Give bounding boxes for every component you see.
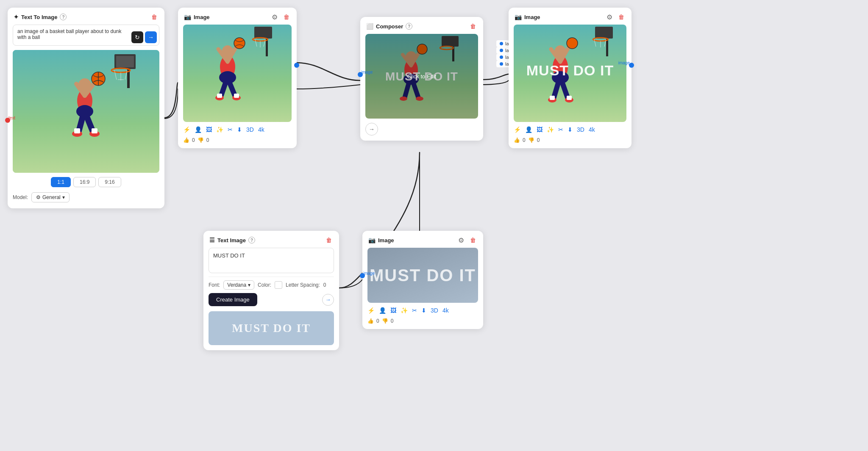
scissors-icon-3[interactable]: ✂ bbox=[412, 307, 417, 314]
person-icon-3[interactable]: 👤 bbox=[379, 307, 386, 314]
ratio-16-9[interactable]: 16:9 bbox=[73, 177, 96, 187]
output-port-2[interactable] bbox=[629, 63, 634, 68]
delete-button-1[interactable]: 🗑 bbox=[282, 13, 291, 21]
input-port-composer[interactable] bbox=[358, 72, 363, 77]
color-swatch[interactable] bbox=[275, 281, 282, 289]
dislike-icon-2[interactable]: 👎 bbox=[528, 137, 534, 143]
letter-spacing-value: 0 bbox=[323, 282, 326, 288]
magic-icon-1[interactable]: ⚡ bbox=[183, 126, 190, 133]
sparkle-icon-3[interactable]: ✨ bbox=[401, 307, 408, 314]
like-row-3: 👍 0 👎 0 bbox=[362, 318, 483, 329]
scissors-icon-1[interactable]: ✂ bbox=[228, 126, 233, 133]
svg-point-67 bbox=[567, 38, 578, 49]
input-port-bottom[interactable] bbox=[360, 273, 365, 278]
menu-icon: ☰ bbox=[209, 237, 215, 243]
letter-spacing-label: Letter Spacing: bbox=[286, 282, 320, 288]
image-preview-2: MUST DO IT bbox=[514, 25, 626, 122]
click-to-edit-overlay[interactable]: Click to Edit bbox=[365, 34, 478, 119]
model-select[interactable]: ⚙ General ▾ bbox=[31, 192, 70, 202]
font-select[interactable]: Verdana ▾ bbox=[223, 280, 254, 290]
person-icon-1[interactable]: 👤 bbox=[195, 126, 202, 133]
delete-button[interactable]: 🗑 bbox=[150, 13, 159, 21]
ratio-9-16[interactable]: 9:16 bbox=[98, 177, 121, 187]
3d-icon-1[interactable]: 3D bbox=[246, 126, 254, 133]
image-card-1-title: Image bbox=[194, 14, 210, 20]
person-icon-2[interactable]: 👤 bbox=[525, 126, 532, 133]
download-icon-1[interactable]: ⬇ bbox=[237, 126, 242, 133]
dislike-count-2: 0 bbox=[537, 137, 540, 143]
prompt-area: an image of a basket ball player about t… bbox=[13, 25, 159, 46]
settings-button-3[interactable]: ⚙ bbox=[457, 236, 465, 244]
like-count-2: 0 bbox=[523, 137, 526, 143]
download-icon-2[interactable]: ⬇ bbox=[568, 126, 573, 133]
delete-composer-button[interactable]: 🗑 bbox=[469, 22, 477, 30]
4k-icon-2[interactable]: 4k bbox=[589, 126, 595, 133]
download-icon-3[interactable]: ⬇ bbox=[421, 307, 426, 314]
composer-image[interactable]: MUST DO IT Click to Edit bbox=[365, 34, 478, 119]
port-label-composer: image bbox=[361, 70, 373, 75]
wand-icon: ✦ bbox=[14, 14, 19, 20]
output-port-text[interactable] bbox=[5, 118, 10, 123]
settings-button-2[interactable]: ⚙ bbox=[605, 13, 614, 21]
like-icon-3[interactable]: 👍 bbox=[367, 318, 374, 324]
svg-point-33 bbox=[234, 38, 245, 49]
svg-rect-39 bbox=[234, 94, 239, 98]
dislike-icon-1[interactable]: 👎 bbox=[198, 137, 204, 143]
text-image-input-area: MUST DO IT bbox=[209, 248, 334, 273]
composer-card: ⬜ Composer ? 🗑 layer1 layer2 layer3 laye… bbox=[360, 17, 483, 141]
refresh-button[interactable]: ↻ bbox=[131, 31, 143, 43]
delete-text-image-button[interactable]: 🗑 bbox=[325, 236, 333, 244]
settings-button-1[interactable]: ⚙ bbox=[270, 13, 279, 21]
ratio-1-1[interactable]: 1:1 bbox=[51, 177, 71, 187]
font-value: Verdana bbox=[227, 282, 246, 288]
magic-icon-3[interactable]: ⚡ bbox=[367, 307, 375, 314]
4k-icon-1[interactable]: 4k bbox=[258, 126, 264, 133]
send-icon-button[interactable]: → bbox=[322, 294, 334, 306]
delete-button-3[interactable]: 🗑 bbox=[469, 236, 477, 244]
image-icon-1[interactable]: 🖼 bbox=[206, 126, 212, 133]
text-image-footer: Create Image → bbox=[203, 293, 339, 311]
text-to-image-card: ✦ Text To Image ? 🗑 an image of a basket… bbox=[8, 8, 164, 208]
ratio-buttons: 1:1 16:9 9:16 bbox=[8, 177, 164, 187]
font-chevron-icon: ▾ bbox=[248, 282, 250, 288]
image-icon-3[interactable]: 🖼 bbox=[390, 307, 396, 314]
sparkle-icon-1[interactable]: ✨ bbox=[216, 126, 223, 133]
dislike-count-1: 0 bbox=[206, 137, 209, 143]
svg-rect-20 bbox=[92, 128, 97, 133]
model-row: Model: ⚙ General ▾ bbox=[8, 192, 164, 208]
delete-button-2[interactable]: 🗑 bbox=[617, 13, 626, 21]
svg-rect-19 bbox=[74, 128, 80, 133]
create-image-button[interactable]: Create Image bbox=[209, 293, 257, 306]
4k-icon-3[interactable]: 4k bbox=[442, 307, 449, 314]
text-image-help-icon[interactable]: ? bbox=[248, 237, 255, 243]
send-button[interactable]: → bbox=[145, 31, 157, 43]
svg-rect-38 bbox=[217, 94, 222, 98]
help-icon[interactable]: ? bbox=[60, 14, 67, 20]
sparkle-icon-2[interactable]: ✨ bbox=[547, 126, 554, 133]
dislike-icon-3[interactable]: 👎 bbox=[382, 318, 388, 324]
bottom-image-card: 📷 Image ⚙ 🗑 MUST DO IT ⚡ 👤 🖼 ✨ ✂ ⬇ 3D 4k… bbox=[362, 231, 483, 329]
svg-rect-3 bbox=[116, 56, 134, 67]
image-icon-2[interactable]: 🖼 bbox=[537, 126, 542, 133]
like-row-1: 👍 0 👎 0 bbox=[178, 137, 297, 148]
text-image-value: MUST DO IT bbox=[213, 252, 245, 259]
scissors-icon-2[interactable]: ✂ bbox=[558, 126, 563, 133]
camera-icon-1: 📷 bbox=[184, 14, 191, 20]
svg-rect-73 bbox=[567, 96, 572, 100]
dislike-count-3: 0 bbox=[391, 318, 394, 324]
magic-icon-2[interactable]: ⚡ bbox=[514, 126, 521, 133]
text-preview-area: MUST DO IT bbox=[209, 311, 334, 345]
text-image-title: Text Image bbox=[217, 237, 246, 243]
3d-icon-3[interactable]: 3D bbox=[431, 307, 438, 314]
bottom-image-card-toolbar: ⚡ 👤 🖼 ✨ ✂ ⬇ 3D 4k bbox=[362, 307, 483, 318]
camera-icon-2: 📷 bbox=[515, 14, 522, 20]
output-port-1[interactable] bbox=[294, 63, 299, 68]
like-icon-1[interactable]: 👍 bbox=[183, 137, 189, 143]
bottom-image-preview: MUST DO IT bbox=[367, 248, 478, 303]
next-button[interactable]: → bbox=[365, 123, 378, 136]
image-card-2-title: Image bbox=[524, 14, 540, 20]
3d-icon-2[interactable]: 3D bbox=[577, 126, 584, 133]
like-icon-2[interactable]: 👍 bbox=[514, 137, 520, 143]
composer-help-icon[interactable]: ? bbox=[406, 23, 412, 30]
generated-image-preview bbox=[13, 50, 159, 173]
